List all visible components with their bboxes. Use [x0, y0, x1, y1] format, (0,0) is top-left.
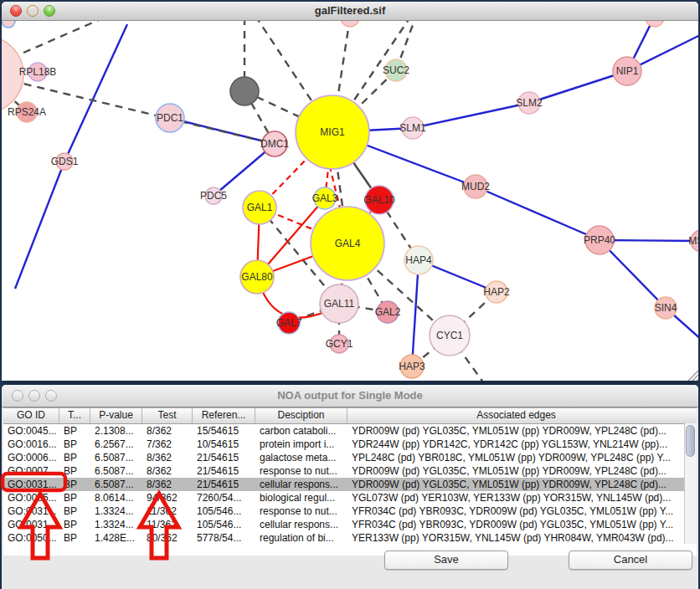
node-label: SLM1 [399, 122, 426, 134]
table-cell: GO:0006... [3, 451, 59, 464]
table-cell: BP [59, 438, 90, 451]
table-cell: YDR009W (pd) YGL035C, YML051W (pp) YDR00… [347, 424, 685, 438]
table-cell: BP [59, 518, 90, 531]
table-cell: GO:0045... [3, 424, 59, 438]
node-unlabeled[interactable] [2, 21, 15, 28]
table-row[interactable]: GO:0006...BP6.5087...8/36221/54615galact… [3, 451, 697, 464]
table-body: GO:0045...BP2.1308...8/36215/54615carbon… [3, 424, 697, 545]
table-cell: regulation of bi... [255, 531, 347, 545]
node-label: HAP3 [399, 361, 425, 372]
table-cell: 7/362 [142, 438, 193, 451]
node-label: NIP1 [616, 65, 639, 77]
noa-window-titlebar[interactable]: NOA output for Single Mode [2, 385, 698, 407]
table-cell: biological regul... [255, 491, 347, 504]
network-canvas[interactable]: RPL18BRPS24AGDS1PDC1DMC1MIG1SUC2SLM1SLM2… [2, 21, 698, 381]
results-table: GO IDT...P-valueTestReferen...Desciption… [3, 407, 697, 556]
scrollbar-thumb[interactable] [686, 425, 695, 457]
node-label: GCY1 [326, 338, 353, 350]
node-label: GAL1 [247, 202, 273, 213]
table-cell: 8.0614... [90, 491, 142, 504]
table-cell: BP [59, 504, 90, 518]
table-cell: YDR009W (pd) YGL035C, YML051W (pp) YDR00… [347, 478, 685, 491]
table-cell: 15/54615 [193, 424, 255, 438]
table-cell: 1.3324... [90, 504, 142, 518]
table-row[interactable]: GO:0007...BP6.5087...8/36221/54615respon… [3, 464, 697, 478]
table-row[interactable]: GO:0031...BP1.3324...11/362105/546...res… [3, 504, 697, 518]
column-header-go-id[interactable]: GO ID [3, 408, 59, 423]
table-cell: 6.5087... [90, 478, 142, 491]
table-cell: BP [59, 531, 90, 545]
node-label: PDC5 [200, 190, 227, 202]
table-row[interactable]: GO:0045...BP2.1308...8/36215/54615carbon… [3, 424, 697, 438]
node-label: PDC1 [157, 112, 183, 124]
node-label: HAP4 [405, 254, 432, 266]
node-unlabeled[interactable] [646, 21, 664, 27]
table-cell: 2.1308... [90, 424, 142, 438]
column-header-associated-edges[interactable]: Associated edges [347, 408, 685, 423]
graph-window-titlebar[interactable]: galFiltered.sif [2, 2, 698, 21]
cancel-button[interactable]: Cancel [569, 551, 692, 570]
table-cell: BP [59, 464, 90, 478]
column-header-p-value[interactable]: P-value [90, 408, 142, 423]
table-cell: GO:0031... [3, 518, 59, 531]
table-row[interactable]: GO:0031...BP6.5087...8/36221/54615cellul… [3, 478, 697, 491]
table-cell: YFR034C (pd) YBR093C, YDR009W (pd) YGL03… [347, 518, 685, 531]
table-cell: cellular respons... [255, 478, 347, 491]
resize-grip[interactable] [697, 379, 698, 381]
node-label: SUC2 [383, 64, 409, 76]
table-cell: cellular respons... [255, 518, 347, 531]
edge[interactable] [23, 21, 100, 53]
node-label: GAL10 [363, 194, 395, 206]
column-header-t-[interactable]: T... [59, 408, 90, 423]
table-row[interactable]: GO:0065...BP8.0614...94/3627260/54...bio… [3, 491, 697, 504]
table-cell: BP [59, 451, 90, 464]
node-unlabeled[interactable] [341, 21, 359, 27]
table-cell: GO:0050... [3, 531, 59, 545]
column-header-desciption[interactable]: Desciption [255, 408, 347, 423]
edge[interactable] [476, 187, 600, 240]
table-cell: 7260/54... [193, 491, 255, 504]
table-cell: YPL248C (pd) YBR018C, YML051W (pp) YDR00… [347, 451, 685, 464]
node-unlabeled[interactable] [230, 77, 259, 105]
node-label: GDS1 [51, 156, 79, 167]
table-row[interactable]: GO:0031...BP1.3324...11/362105/546...cel… [3, 518, 697, 531]
table-cell: galactose meta... [255, 451, 347, 464]
noa-window-title: NOA output for Single Mode [2, 389, 698, 402]
vertical-scrollbar[interactable] [684, 423, 697, 544]
node-label: CYC1 [436, 330, 463, 341]
table-header-row: GO IDT...P-valueTestReferen...Desciption… [3, 407, 697, 424]
table-cell: 11/362 [142, 504, 193, 518]
table-cell: YDR244W (pp) YDR142C, YDR142C (pp) YGL15… [347, 438, 685, 451]
table-cell: 5778/54... [193, 531, 255, 545]
node-label: GAL3 [312, 192, 338, 204]
node-label: HAP2 [483, 286, 510, 298]
table-row[interactable]: GO:0016...BP6.2567...7/36210/54615protei… [3, 438, 697, 451]
table-cell: 21/54615 [193, 451, 255, 464]
table-row[interactable]: GO:0050...BP1.428E...80/3625778/54...reg… [3, 531, 697, 545]
table-cell: 6.2567... [90, 438, 142, 451]
table-cell: 11/362 [142, 518, 193, 531]
table-cell: 80/362 [142, 531, 193, 545]
column-header-test[interactable]: Test [142, 408, 193, 423]
table-cell: 1.428E... [90, 531, 142, 545]
edge[interactable] [64, 24, 127, 161]
node-label: GAL4 [335, 238, 361, 249]
table-cell: 1.3324... [90, 518, 142, 531]
table-cell: 8/362 [142, 478, 193, 491]
graph-window-title: galFiltered.sif [2, 4, 698, 17]
table-cell: carbon cataboli... [255, 424, 347, 438]
edge[interactable] [529, 71, 627, 103]
table-cell: 94/362 [142, 491, 193, 504]
edge[interactable] [15, 161, 64, 289]
edge[interactable] [413, 103, 529, 128]
node-label: GAL80 [241, 271, 273, 283]
table-cell: BP [59, 424, 90, 438]
table-cell: YER133W (pp) YOR315W, YNL145W (pd) YHR08… [347, 531, 685, 545]
column-header-referen-[interactable]: Referen... [193, 408, 255, 423]
node-label: GAL7 [276, 317, 302, 329]
edge[interactable] [412, 260, 419, 366]
noa-window: NOA output for Single Mode GO IDT...P-va… [2, 385, 698, 589]
table-cell: 21/54615 [193, 464, 255, 478]
node-label: GAL2 [375, 306, 401, 318]
save-button[interactable]: Save [384, 551, 508, 570]
